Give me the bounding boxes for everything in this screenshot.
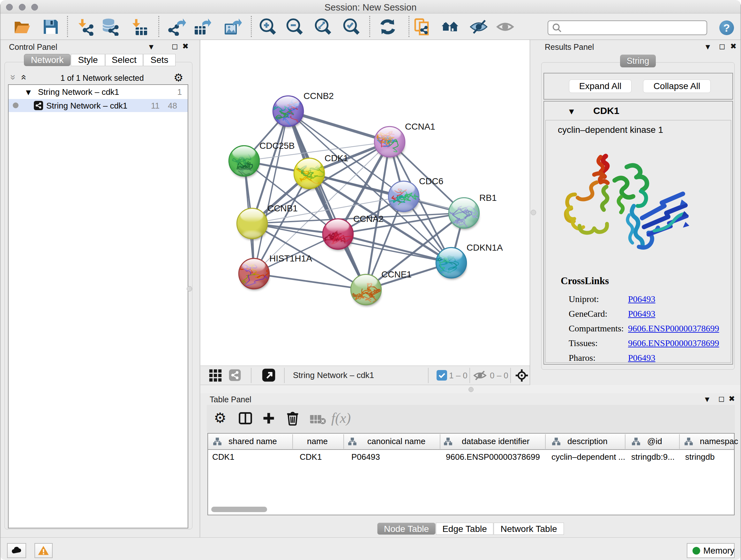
svg-text:CCNE1: CCNE1 [381,269,412,279]
svg-text:CDC6: CDC6 [419,176,443,186]
svg-text:CDKN1A: CDKN1A [467,243,503,253]
svg-text:CDK1: CDK1 [325,153,348,163]
svg-text:CCNB2: CCNB2 [304,91,334,101]
svg-text:HIST1H1A: HIST1H1A [269,253,312,263]
svg-text:CCNA1: CCNA1 [405,122,435,132]
svg-text:CCNA2: CCNA2 [353,214,384,224]
svg-text:RB1: RB1 [479,193,496,203]
svg-text:CCNB1: CCNB1 [267,203,298,213]
svg-text:CDC25B: CDC25B [259,141,294,151]
